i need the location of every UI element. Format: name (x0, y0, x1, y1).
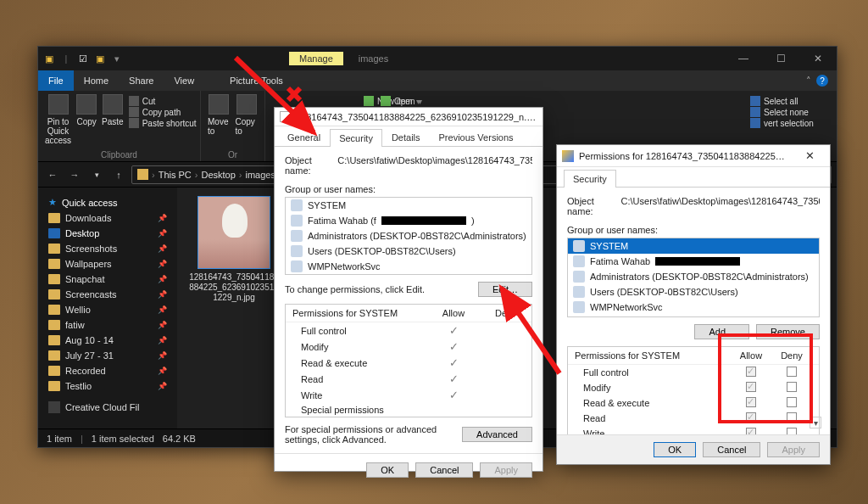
group-row-admins[interactable]: Administrators (DESKTOP-0BST82C\Administ… (286, 228, 531, 244)
remove-button[interactable]: Remove (756, 324, 820, 339)
group-row-system[interactable]: SYSTEM (568, 238, 819, 254)
perm-row: Full control✓ (286, 322, 531, 339)
group-list[interactable]: SYSTEM Fatima Wahab (f) Administrators (… (285, 197, 532, 275)
invert-selection-button[interactable]: vert selection (750, 118, 814, 128)
scroll-down-icon[interactable]: ▾ (810, 417, 821, 428)
group-row-users[interactable]: Users (DESKTOP-0BST82C\Users) (568, 284, 819, 300)
copy-button[interactable]: Copy (76, 94, 97, 126)
select-all-button[interactable]: Select all (750, 96, 814, 106)
apply-button[interactable]: Apply (480, 462, 532, 478)
advanced-button[interactable]: Advanced (462, 427, 532, 442)
copy-path-button[interactable]: Copy path (129, 107, 197, 117)
allow-checkbox (746, 367, 756, 377)
status-size: 64.2 KB (163, 434, 196, 444)
crumb-images[interactable]: images (246, 170, 275, 180)
group-list[interactable]: SYSTEM Fatima Wahab Administrators (DESK… (567, 238, 820, 317)
clipboard-group-label: Clipboard (45, 148, 193, 160)
file-menu[interactable]: File (38, 70, 74, 91)
qat-dropdown-icon[interactable]: ▾ (111, 53, 123, 64)
file-name: 128164743_735041183884225_62369102351912… (187, 272, 281, 303)
sidebar-item-desktop[interactable]: Desktop📌 (42, 226, 174, 241)
window-title: images (359, 53, 388, 64)
forward-button[interactable]: → (65, 165, 84, 184)
recent-dropdown[interactable]: ▾ (87, 165, 106, 184)
ok-button[interactable]: OK (654, 442, 696, 457)
sidebar-item-wallpapers[interactable]: Wallpapers📌 (42, 256, 174, 272)
allow-check: ✓ (430, 372, 477, 385)
share-tab[interactable]: Share (119, 73, 164, 88)
change-permissions-text: To change permissions, click Edit. (285, 284, 471, 294)
cancel-button[interactable]: Cancel (703, 442, 760, 457)
file-item[interactable]: 128164743_735041183884225_62369102351912… (187, 196, 281, 303)
permissions-table: Permissions for SYSTEM Allow Deny Full c… (567, 346, 820, 442)
sidebar-item-aug10[interactable]: Aug 10 - 14📌 (42, 333, 174, 348)
view-tab[interactable]: View (164, 73, 204, 88)
sidebar-item-fatiw[interactable]: fatiw📌 (42, 317, 174, 333)
shield-icon (562, 150, 574, 162)
home-tab[interactable]: Home (74, 73, 119, 88)
ribbon-collapse-icon[interactable]: ˄ (806, 76, 811, 87)
copy-to-button[interactable]: Copy to (236, 94, 259, 136)
paste-shortcut-button[interactable]: Paste shortcut (129, 118, 197, 128)
sidebar-item-wellio[interactable]: Wellio📌 (42, 302, 174, 317)
group-row-wmp[interactable]: WMPNetworkSvc (286, 259, 531, 274)
allow-header: Allow (731, 350, 771, 361)
group-row-fatima[interactable]: Fatima Wahab (f) (286, 213, 531, 228)
open-button[interactable]: Open ▾ (381, 96, 422, 106)
properties-title: 128164743_735041183884225_62369102351912… (296, 112, 537, 122)
folder-icon (48, 244, 60, 254)
sidebar-item-downloads[interactable]: Downloads📌 (42, 210, 174, 226)
paste-button[interactable]: Paste (102, 94, 124, 126)
group-row-fatima[interactable]: Fatima Wahab (568, 254, 819, 269)
move-to-button[interactable]: Move to (208, 94, 231, 136)
sidebar-item-creative[interactable]: Creative Cloud Fil (42, 399, 174, 416)
select-all-icon (750, 96, 760, 106)
picture-tools-tab[interactable]: Picture Tools (220, 73, 293, 88)
allow-check: ✓ (430, 389, 477, 401)
close-button[interactable]: ✕ (794, 149, 825, 162)
folder-icon (48, 274, 60, 284)
add-button[interactable]: Add… (694, 324, 749, 339)
sidebar-item-july27[interactable]: July 27 - 31📌 (42, 348, 174, 363)
folder-icon (48, 289, 60, 300)
folder-icon (48, 381, 60, 391)
back-button[interactable]: ← (43, 165, 62, 184)
cancel-button[interactable]: Cancel (415, 462, 473, 478)
pin-icon: 📌 (158, 244, 167, 253)
cut-button[interactable]: Cut (129, 96, 197, 106)
pin-quick-access-button[interactable]: Pin to Quick access (45, 94, 71, 145)
quick-access[interactable]: ★Quick access (42, 194, 174, 210)
sidebar-item-snapchat[interactable]: Snapchat📌 (42, 272, 174, 287)
crumb-desktop[interactable]: Desktop (201, 170, 235, 180)
up-button[interactable]: ↑ (109, 165, 128, 184)
deny-checkbox (787, 382, 797, 392)
tab-previous-versions[interactable]: Previous Versions (430, 128, 523, 146)
sidebar-item-testlio[interactable]: Testlio📌 (42, 378, 174, 394)
manage-tab[interactable]: Manage (289, 52, 343, 65)
edit-permissions-button[interactable]: Edit… (478, 282, 532, 297)
pin-icon: 📌 (158, 229, 167, 238)
sidebar-item-recorded[interactable]: Recorded📌 (42, 363, 174, 378)
group-row-users[interactable]: Users (DESKTOP-0BST82C\Users) (286, 244, 531, 259)
tab-security[interactable]: Security (330, 129, 382, 147)
tab-general[interactable]: General (278, 128, 330, 146)
crumb-this-pc[interactable]: This PC (159, 170, 192, 180)
minimize-button[interactable]: — (725, 47, 762, 70)
close-button[interactable]: ✕ (799, 47, 837, 70)
ok-button[interactable]: OK (366, 462, 409, 478)
help-icon[interactable]: ? (816, 75, 828, 87)
select-none-button[interactable]: Select none (750, 107, 814, 117)
pin-icon: 📌 (158, 305, 167, 314)
group-row-admins[interactable]: Administrators (DESKTOP-0BST82C\Administ… (568, 269, 819, 284)
allow-check: ✓ (430, 356, 477, 369)
group-row-system[interactable]: SYSTEM (286, 198, 531, 213)
group-row-wmp[interactable]: WMPNetworkSvc (568, 300, 819, 315)
group-icon (291, 245, 303, 257)
apply-button[interactable]: Apply (767, 442, 820, 457)
sidebar-item-screenshots[interactable]: Screenshots📌 (42, 241, 174, 256)
folder-icon (48, 366, 60, 376)
tab-security[interactable]: Security (564, 170, 616, 188)
maximize-button[interactable]: ☐ (762, 47, 799, 70)
sidebar-item-screencasts[interactable]: Screencasts📌 (42, 287, 174, 302)
tab-details[interactable]: Details (382, 128, 430, 146)
